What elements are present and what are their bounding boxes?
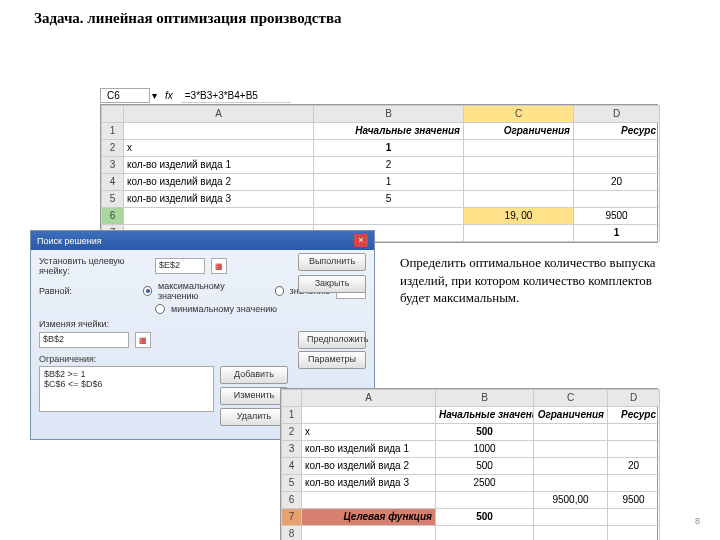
- close-icon[interactable]: ×: [354, 234, 368, 247]
- fx-icon[interactable]: fx: [159, 90, 179, 101]
- equal-label: Равной:: [39, 286, 137, 296]
- range-picker-icon[interactable]: ▦: [135, 332, 151, 348]
- formula-bar: C6 ▾ fx =3*B3+3*B4+B5: [100, 88, 291, 103]
- radio-max[interactable]: [143, 286, 152, 296]
- page-number: 8: [695, 516, 700, 526]
- task-description: Определить оптимальное количество выпуск…: [400, 254, 660, 307]
- changing-cells-input[interactable]: $B$2: [39, 332, 129, 348]
- name-box[interactable]: C6: [100, 88, 150, 103]
- page-title: Задача. линейная оптимизация производств…: [0, 0, 720, 33]
- spreadsheet-top: A B C D 1Начальные значенияОграниченияРе…: [100, 104, 658, 243]
- add-button[interactable]: Добавить: [220, 366, 288, 384]
- range-picker-icon[interactable]: ▦: [211, 258, 227, 274]
- spreadsheet-bottom: A B C D 1Начальные значенияОграниченияРе…: [280, 388, 658, 540]
- change-button[interactable]: Изменить: [220, 387, 288, 405]
- col-C[interactable]: C: [464, 106, 574, 123]
- col-A[interactable]: A: [124, 106, 314, 123]
- col-D[interactable]: D: [574, 106, 660, 123]
- constraints-list[interactable]: $B$2 >= 1 $C$6 <= $D$6: [39, 366, 214, 412]
- dialog-title: Поиск решения: [37, 236, 102, 246]
- target-label: Установить целевую ячейку:: [39, 256, 149, 276]
- close-button[interactable]: Закрыть: [298, 275, 366, 293]
- target-cell-input[interactable]: $E$2: [155, 258, 205, 274]
- dropdown-icon[interactable]: ▾: [152, 90, 157, 101]
- delete-button[interactable]: Удалить: [220, 408, 288, 426]
- radio-min[interactable]: [155, 304, 165, 314]
- dialog-titlebar: Поиск решения ×: [31, 231, 374, 250]
- options-button[interactable]: Параметры: [298, 351, 366, 369]
- col-B[interactable]: B: [314, 106, 464, 123]
- formula-input[interactable]: =3*B3+3*B4+B5: [181, 89, 291, 103]
- row-1[interactable]: 1: [102, 123, 124, 140]
- radio-value[interactable]: [275, 286, 284, 296]
- execute-button[interactable]: Выполнить: [298, 253, 366, 271]
- col-header-row: A B C D: [102, 106, 660, 123]
